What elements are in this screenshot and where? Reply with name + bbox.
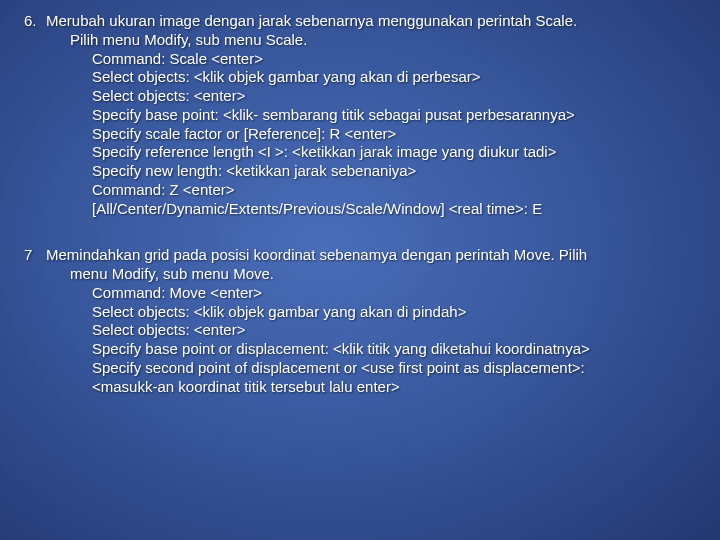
command-line: Command: Scale <enter> — [24, 50, 696, 69]
list-item: 7 Memindahkan grid pada posisi koordinat… — [24, 246, 696, 396]
command-line: Select objects: <klik objek gambar yang … — [24, 303, 696, 322]
command-line: Select objects: <klik objek gambar yang … — [24, 68, 696, 87]
item-subtext: menu Modify, sub menu Move. — [24, 265, 696, 284]
command-line: Specify new length: <ketikkan jarak sebe… — [24, 162, 696, 181]
item-intro: Merubah ukuran image dengan jarak sebena… — [46, 12, 696, 31]
slide-content: 6. Merubah ukuran image dengan jarak seb… — [0, 0, 720, 396]
item-number: 6. — [24, 12, 46, 31]
item-intro: Memindahkan grid pada posisi koordinat s… — [46, 246, 696, 265]
command-line: Command: Z <enter> — [24, 181, 696, 200]
command-line: <masukk-an koordinat titik tersebut lalu… — [24, 378, 696, 397]
command-line: Select objects: <enter> — [24, 87, 696, 106]
command-line: Specify reference length <I >: <ketikkan… — [24, 143, 696, 162]
command-line: [All/Center/Dynamic/Extents/Previous/Sca… — [24, 200, 696, 219]
item-subtext: Pilih menu Modify, sub menu Scale. — [24, 31, 696, 50]
command-line: Specify second point of displacement or … — [24, 359, 696, 378]
command-line: Select objects: <enter> — [24, 321, 696, 340]
list-item: 6. Merubah ukuran image dengan jarak seb… — [24, 12, 696, 218]
command-line: Specify base point: <klik- sembarang tit… — [24, 106, 696, 125]
command-line: Specify base point or displacement: <kli… — [24, 340, 696, 359]
command-line: Command: Move <enter> — [24, 284, 696, 303]
command-line: Specify scale factor or [Reference]: R <… — [24, 125, 696, 144]
item-number: 7 — [24, 246, 46, 265]
